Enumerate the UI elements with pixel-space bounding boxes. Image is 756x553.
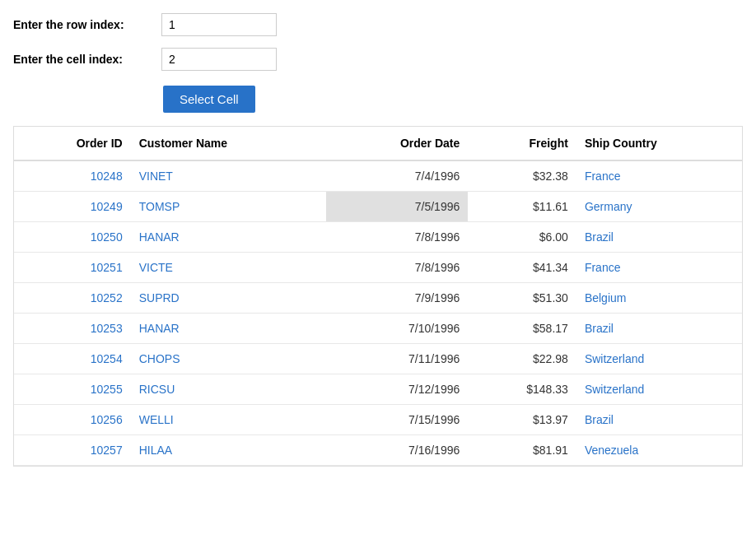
table-row: 10254CHOPS7/11/1996$22.98Switzerland — [14, 344, 742, 374]
table-cell: 10257 — [14, 435, 131, 466]
table-cell: Belgium — [576, 283, 742, 314]
table-cell: $58.17 — [468, 314, 576, 344]
cell-index-label: Enter the cell index: — [13, 53, 161, 66]
table-cell: HANAR — [131, 314, 326, 344]
table-row: 10257HILAA7/16/1996$81.91Venezuela — [14, 435, 742, 466]
table-cell: 7/4/1996 — [326, 160, 468, 192]
row-index-row: Enter the row index: — [13, 13, 743, 36]
table-cell: $51.30 — [468, 283, 576, 314]
table-cell: 10253 — [14, 314, 131, 344]
table-cell: Switzerland — [576, 344, 742, 374]
table-cell: 10252 — [14, 283, 131, 314]
table-cell: 7/10/1996 — [326, 314, 468, 344]
table-cell: Brazil — [576, 405, 742, 435]
table-cell: RICSU — [131, 374, 326, 405]
table-cell: 10251 — [14, 253, 131, 283]
col-header-freight: Freight — [468, 127, 576, 160]
header-row: Order ID Customer Name Order Date Freigh… — [14, 127, 742, 160]
table-cell: 7/12/1996 — [326, 374, 468, 405]
table-cell: SUPRD — [131, 283, 326, 314]
table-cell: HILAA — [131, 435, 326, 466]
cell-index-input[interactable] — [161, 48, 277, 71]
table-cell: VINET — [131, 160, 326, 192]
table-row: 10251VICTE7/8/1996$41.34France — [14, 253, 742, 283]
table-cell: 10249 — [14, 192, 131, 222]
table-cell: $13.97 — [468, 405, 576, 435]
select-cell-button-row: Select Cell — [13, 82, 743, 113]
table-cell: $41.34 — [468, 253, 576, 283]
table-cell: Germany — [576, 192, 742, 222]
col-header-country: Ship Country — [576, 127, 742, 160]
table-row: 10256WELLI7/15/1996$13.97Brazil — [14, 405, 742, 435]
table-cell: 10254 — [14, 344, 131, 374]
table-cell: 7/16/1996 — [326, 435, 468, 466]
table-cell: France — [576, 160, 742, 192]
data-table-container: Order ID Customer Name Order Date Freigh… — [13, 126, 743, 467]
form-section: Enter the row index: Enter the cell inde… — [13, 13, 743, 113]
table-row: 10248VINET7/4/1996$32.38France — [14, 160, 742, 192]
table-cell: 7/5/1996 — [326, 192, 468, 222]
table-cell: $22.98 — [468, 344, 576, 374]
table-cell: 7/8/1996 — [326, 253, 468, 283]
row-index-label: Enter the row index: — [13, 18, 161, 31]
table-row: 10250HANAR7/8/1996$6.00Brazil — [14, 222, 742, 253]
table-cell: $148.33 — [468, 374, 576, 405]
table-cell: Brazil — [576, 222, 742, 253]
select-cell-button[interactable]: Select Cell — [163, 86, 255, 113]
table-cell: VICTE — [131, 253, 326, 283]
table-row: 10249TOMSP7/5/1996$11.61Germany — [14, 192, 742, 222]
table-cell: TOMSP — [131, 192, 326, 222]
table-cell: 7/9/1996 — [326, 283, 468, 314]
table-cell: CHOPS — [131, 344, 326, 374]
col-header-customer: Customer Name — [131, 127, 326, 160]
table-cell: 7/8/1996 — [326, 222, 468, 253]
cell-index-row: Enter the cell index: — [13, 48, 743, 71]
table-cell: 10256 — [14, 405, 131, 435]
table-cell: $11.61 — [468, 192, 576, 222]
table-cell: Brazil — [576, 314, 742, 344]
table-cell: 7/15/1996 — [326, 405, 468, 435]
table-cell: $6.00 — [468, 222, 576, 253]
table-cell: 7/11/1996 — [326, 344, 468, 374]
table-cell: $81.91 — [468, 435, 576, 466]
table-row: 10255RICSU7/12/1996$148.33Switzerland — [14, 374, 742, 405]
table-cell: $32.38 — [468, 160, 576, 192]
col-header-orderid: Order ID — [14, 127, 131, 160]
table-body: 10248VINET7/4/1996$32.38France10249TOMSP… — [14, 160, 742, 466]
table-row: 10252SUPRD7/9/1996$51.30Belgium — [14, 283, 742, 314]
table-cell: 10255 — [14, 374, 131, 405]
row-index-input[interactable] — [161, 13, 277, 36]
table-cell: HANAR — [131, 222, 326, 253]
data-table: Order ID Customer Name Order Date Freigh… — [14, 127, 742, 466]
table-row: 10253HANAR7/10/1996$58.17Brazil — [14, 314, 742, 344]
table-cell: Switzerland — [576, 374, 742, 405]
table-cell: France — [576, 253, 742, 283]
col-header-orderdate: Order Date — [326, 127, 468, 160]
table-header: Order ID Customer Name Order Date Freigh… — [14, 127, 742, 160]
table-cell: WELLI — [131, 405, 326, 435]
table-cell: 10248 — [14, 160, 131, 192]
table-cell: Venezuela — [576, 435, 742, 466]
table-cell: 10250 — [14, 222, 131, 253]
